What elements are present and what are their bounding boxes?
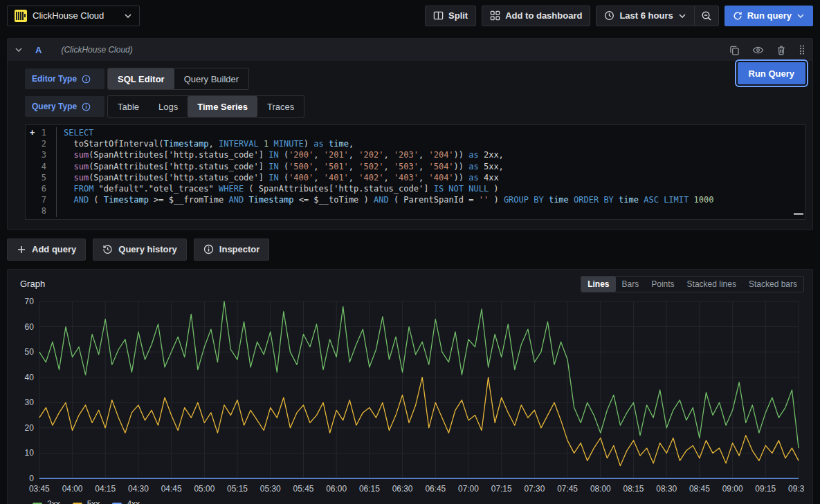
query-type-option-traces[interactable]: Traces — [257, 96, 304, 117]
explore-toolbar: ClickHouse Cloud Split Add to dashboard … — [0, 0, 820, 31]
legend-label-4xx: 4xx — [127, 499, 140, 504]
svg-text:04:45: 04:45 — [161, 484, 182, 494]
svg-text:08:30: 08:30 — [656, 484, 677, 494]
query-type-option-table[interactable]: Table — [108, 96, 149, 117]
query-history-button[interactable]: Query history — [93, 239, 187, 261]
svg-text:40: 40 — [25, 372, 35, 382]
svg-text:30: 30 — [25, 398, 35, 407]
info-circle-icon[interactable] — [82, 75, 91, 84]
sql-line-1: SELECT — [64, 127, 805, 138]
graph-mode-option-stacked-lines[interactable]: Stacked lines — [681, 277, 742, 292]
legend-item-4xx[interactable]: 4xx — [112, 499, 140, 504]
chevron-down-icon[interactable] — [796, 12, 805, 20]
plus-icon — [17, 245, 26, 254]
add-query-button[interactable]: Add query — [7, 239, 86, 261]
editor-type-label-text: Editor Type — [32, 74, 77, 84]
query-row-header[interactable]: A (ClickHouse Cloud) — [8, 39, 812, 61]
hide-response-eye-icon[interactable] — [752, 45, 764, 55]
svg-text:06:15: 06:15 — [359, 484, 380, 494]
editor-type-option-sql-editor[interactable]: SQL Editor — [108, 68, 174, 89]
query-editor-body: Run Query Editor Type SQL EditorQuery Bu… — [8, 61, 812, 230]
remove-query-trash-icon[interactable] — [776, 45, 786, 55]
run-query-label: Run query — [747, 10, 792, 21]
legend-item-2xx[interactable]: 2xx — [33, 499, 60, 504]
sync-icon — [733, 11, 742, 21]
svg-text:05:00: 05:00 — [194, 484, 215, 494]
graph-panel-header: Graph LinesBarsPointsStacked linesStacke… — [16, 275, 804, 293]
sql-line-3: sum(SpanAttributes['http.status_code'] I… — [64, 149, 805, 160]
sql-code-editor[interactable]: 1+2345678 SELECT toStartOfInterval(Times… — [25, 124, 805, 220]
timeseries-chart[interactable]: 01020304050607003:4504:0004:1504:3004:45… — [16, 295, 804, 496]
clock-icon — [604, 10, 614, 21]
sql-line-4: sum(SpanAttributes['http.status_code'] I… — [64, 161, 805, 172]
svg-text:60: 60 — [25, 321, 35, 331]
svg-text:07:00: 07:00 — [458, 484, 479, 494]
search-minus-icon — [701, 10, 712, 21]
svg-text:07:30: 07:30 — [524, 484, 545, 494]
split-button[interactable]: Split — [425, 6, 476, 26]
run-query-panel-button[interactable]: Run Query — [738, 62, 805, 84]
time-range-label: Last 6 hours — [619, 10, 673, 21]
svg-text:06:45: 06:45 — [425, 484, 446, 494]
query-history-label: Query history — [118, 244, 177, 254]
drag-handle-dots-icon[interactable] — [799, 44, 805, 55]
query-ref-id: A — [35, 45, 42, 55]
editor-type-toggle: SQL EditorQuery Builder — [107, 68, 249, 90]
legend-item-5xx[interactable]: 5xx — [73, 499, 100, 504]
query-type-toggle: TableLogsTime SeriesTraces — [107, 95, 304, 118]
inspector-button[interactable]: Inspector — [194, 239, 270, 261]
query-row-actions — [729, 44, 805, 55]
legend-label-5xx: 5xx — [87, 499, 100, 504]
chevron-down-icon — [124, 12, 132, 20]
svg-text:05:15: 05:15 — [227, 484, 248, 494]
svg-text:08:00: 08:00 — [590, 484, 611, 494]
graph-mode-option-lines[interactable]: Lines — [581, 277, 615, 292]
inspector-label: Inspector — [219, 244, 260, 254]
add-to-dashboard-label: Add to dashboard — [505, 10, 582, 21]
sql-line-5: sum(SpanAttributes['http.status_code'] I… — [64, 172, 805, 183]
svg-text:05:45: 05:45 — [293, 484, 314, 494]
sql-line-6: FROM "default"."otel_traces" WHERE ( Spa… — [64, 183, 805, 194]
editor-code-content[interactable]: SELECT toStartOfInterval(Timestamp, INTE… — [56, 127, 805, 217]
svg-text:08:15: 08:15 — [623, 484, 644, 494]
editor-scrollbar[interactable] — [794, 213, 803, 215]
svg-text:0: 0 — [29, 474, 34, 483]
svg-text:05:30: 05:30 — [260, 484, 281, 494]
query-type-option-logs[interactable]: Logs — [149, 96, 188, 117]
editor-type-option-query-builder[interactable]: Query Builder — [174, 68, 248, 89]
query-editor-panel: A (ClickHouse Cloud) Run Query Editor Ty… — [7, 38, 813, 230]
apps-icon — [490, 10, 500, 21]
collapse-chevron-icon[interactable] — [15, 46, 23, 54]
svg-text:07:45: 07:45 — [557, 484, 578, 494]
graph-mode-option-points[interactable]: Points — [645, 277, 680, 292]
legend-label-2xx: 2xx — [47, 499, 60, 504]
svg-text:04:15: 04:15 — [95, 484, 116, 494]
svg-text:20: 20 — [25, 422, 35, 432]
info-circle-icon — [203, 244, 214, 254]
graph-mode-option-stacked-bars[interactable]: Stacked bars — [742, 277, 803, 292]
datasource-picker[interactable]: ClickHouse Cloud — [7, 6, 140, 26]
duplicate-query-icon[interactable] — [729, 45, 740, 55]
query-type-label-text: Query Type — [32, 102, 77, 111]
svg-text:09:30: 09:30 — [788, 484, 804, 494]
graph-mode-option-bars[interactable]: Bars — [616, 277, 646, 292]
svg-text:09:00: 09:00 — [722, 484, 743, 494]
run-query-toolbar-button[interactable]: Run query — [725, 6, 813, 26]
info-circle-icon[interactable] — [82, 102, 91, 111]
svg-text:08:45: 08:45 — [689, 484, 710, 494]
query-type-option-time-series[interactable]: Time Series — [188, 96, 257, 117]
add-to-dashboard-button[interactable]: Add to dashboard — [482, 6, 590, 26]
explore-actions-row: Add query Query history Inspector — [7, 239, 813, 261]
svg-text:06:00: 06:00 — [326, 484, 347, 494]
split-label: Split — [448, 10, 468, 21]
svg-text:10: 10 — [25, 448, 35, 458]
graph-title: Graph — [16, 279, 45, 289]
time-range-button[interactable]: Last 6 hours — [596, 6, 693, 26]
chart-legend: 2xx5xx4xx — [16, 496, 804, 504]
svg-text:50: 50 — [25, 347, 35, 357]
chart-svg[interactable]: 01020304050607003:4504:0004:1504:3004:45… — [16, 295, 804, 496]
editor-line-numbers: 1+2345678 — [26, 127, 56, 217]
svg-text:70: 70 — [25, 297, 35, 306]
glyph-plus-icon: + — [30, 127, 35, 138]
zoom-out-time-button[interactable] — [695, 6, 718, 26]
